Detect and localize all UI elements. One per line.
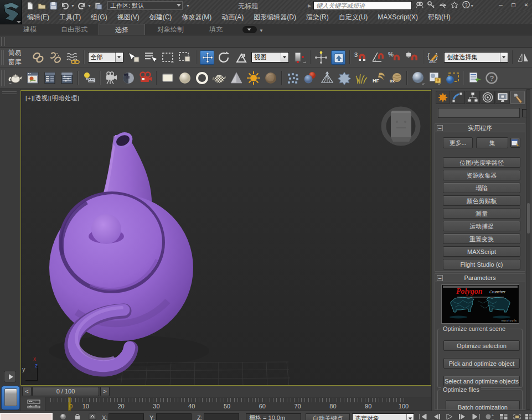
window-crossing-icon[interactable]: [178, 50, 192, 65]
collapse-icon[interactable]: –: [437, 275, 443, 281]
keyboard-shortcut-override-icon[interactable]: [331, 50, 345, 65]
utility-button-4[interactable]: 测量: [443, 208, 520, 219]
expand-left-panel-button[interactable]: [4, 371, 16, 382]
render-setup-icon[interactable]: [428, 71, 442, 85]
mirror-icon[interactable]: [516, 50, 530, 65]
search-input[interactable]: [313, 1, 412, 10]
project-folder-icon[interactable]: [94, 2, 102, 10]
menu-item-4[interactable]: 创建(C): [144, 11, 177, 24]
batch-optimization-button[interactable]: Batch optimization: [446, 400, 520, 410]
utilities-rollout-header[interactable]: – 实用程序: [435, 124, 525, 132]
mesh-smooth-icon[interactable]: [337, 71, 352, 85]
menu-item-11[interactable]: 帮助(H): [423, 11, 456, 24]
communication-key-icon[interactable]: [427, 1, 435, 10]
optimize-button-1[interactable]: Pick and optimize object: [443, 358, 520, 369]
tab-utilities[interactable]: [510, 91, 525, 104]
utility-button-6[interactable]: 重置变换: [443, 234, 520, 244]
cone-icon[interactable]: [229, 71, 244, 85]
rendered-frame-window-icon[interactable]: [25, 71, 40, 85]
perspective-viewport[interactable]: [+][透视][明暗处理]: [20, 90, 431, 386]
go-to-start-icon[interactable]: [419, 413, 427, 420]
disc-icon[interactable]: [264, 71, 278, 85]
space-warp-icon[interactable]: [320, 71, 334, 85]
utility-button-3[interactable]: 颜色剪贴板: [443, 195, 520, 206]
named-selection-set-dropdown[interactable]: 创建选择集: [444, 52, 508, 63]
collapse-icon[interactable]: –: [437, 125, 443, 131]
viewport-label[interactable]: [+][透视][明暗处理]: [25, 94, 79, 102]
plane-primitive-icon[interactable]: [161, 71, 175, 85]
ribbon-tab-0[interactable]: 建模: [10, 24, 50, 35]
menu-item-9[interactable]: 自定义(U): [334, 11, 373, 24]
bind-to-space-warp-icon[interactable]: [65, 50, 80, 65]
parameters-rollout-header[interactable]: – Parameters: [435, 274, 525, 282]
tab-create[interactable]: [436, 91, 450, 104]
select-by-name-icon[interactable]: [143, 50, 158, 65]
percent-snap-icon[interactable]: %: [388, 50, 402, 65]
ribbon-minimize-icon[interactable]: [242, 26, 257, 33]
particle-array-icon[interactable]: [286, 71, 300, 85]
selection-filter-combo[interactable]: 选定对象: [352, 413, 414, 420]
tab-hierarchy[interactable]: [466, 91, 480, 104]
select-and-rotate-icon[interactable]: [217, 50, 231, 65]
open-file-icon[interactable]: [38, 2, 46, 10]
menu-item-2[interactable]: 组(G): [86, 11, 112, 24]
rectangular-selection-region-icon[interactable]: [161, 50, 175, 65]
track-bar[interactable]: 0 102030405060708090100: [20, 397, 431, 411]
set-key-icon[interactable]: +–: [485, 413, 495, 420]
help-dropdown-icon[interactable]: ▼: [470, 4, 474, 8]
lock-icon[interactable]: [74, 413, 81, 420]
camera-icon[interactable]: [104, 71, 118, 85]
menu-item-6[interactable]: 动画(A): [216, 11, 249, 24]
fur-0x-icon[interactable]: 0x: [389, 71, 403, 85]
time-slider[interactable]: 0 / 100: [32, 387, 99, 396]
search-expand-icon[interactable]: ▶: [308, 3, 311, 8]
snap-toggle-3d-icon[interactable]: 3: [353, 50, 368, 65]
workspace-dropdown[interactable]: 工作区: 默认: [107, 1, 183, 10]
more-utilities-button[interactable]: 更多...: [443, 137, 473, 148]
play-animation-icon[interactable]: [445, 413, 454, 420]
menu-item-3[interactable]: 视图(V): [112, 11, 144, 24]
viewport-layout-tab[interactable]: [1, 386, 20, 410]
checker-teapot-icon[interactable]: [212, 71, 226, 85]
z-coordinate-field[interactable]: [204, 413, 239, 420]
next-frame-button[interactable]: >: [100, 387, 110, 396]
select-and-link-icon[interactable]: [31, 50, 45, 65]
redo-dropdown-icon[interactable]: ▼: [87, 4, 91, 8]
select-and-move-icon[interactable]: [200, 50, 214, 65]
menu-item-8[interactable]: 渲染(R): [301, 11, 334, 24]
menu-item-1[interactable]: 工具(T): [54, 11, 86, 24]
utility-button-7[interactable]: MAXScript: [443, 246, 520, 257]
select-and-manipulate-icon[interactable]: [314, 50, 328, 65]
tab-motion[interactable]: [481, 91, 495, 104]
previous-frame-icon[interactable]: [432, 413, 441, 420]
optimize-button-2[interactable]: Select and optimize objects: [443, 376, 520, 386]
panel-scrollbar[interactable]: [526, 89, 530, 410]
search-icon[interactable]: [416, 1, 423, 10]
previous-frame-button[interactable]: <: [22, 387, 32, 396]
edit-named-selection-sets-icon[interactable]: {}ABC: [427, 50, 441, 65]
ribbon-tab-1[interactable]: 自由形式: [50, 24, 99, 35]
select-and-scale-icon[interactable]: [234, 50, 249, 65]
go-to-end-icon[interactable]: [472, 413, 481, 420]
help-circle-icon[interactable]: ?: [484, 71, 499, 85]
auto-key-button[interactable]: 自动关键点: [306, 413, 350, 420]
ribbon-options-icon[interactable]: ▼: [259, 28, 264, 33]
utility-sets-button[interactable]: 集: [476, 137, 508, 148]
sphere-primitive-icon[interactable]: [178, 71, 192, 85]
material-editor-icon[interactable]: [411, 71, 425, 85]
app-logo[interactable]: [0, 0, 22, 24]
ribbon-tab-4[interactable]: 填充: [196, 24, 236, 35]
object-name-field[interactable]: [438, 108, 520, 118]
shaded-camera-view-icon[interactable]: [121, 71, 136, 85]
close-button[interactable]: ✕: [523, 1, 530, 8]
undo-icon[interactable]: [61, 2, 69, 10]
redo-icon[interactable]: [78, 2, 86, 10]
undo-dropdown-icon[interactable]: ▼: [71, 4, 75, 8]
hair-fur-icon[interactable]: HF: [371, 71, 386, 85]
spinner-snap-icon[interactable]: [405, 50, 419, 65]
angle-snap-icon[interactable]: [370, 50, 385, 65]
time-configuration-icon[interactable]: [525, 413, 532, 420]
y-coordinate-field[interactable]: [156, 413, 192, 420]
utility-button-8[interactable]: Flight Studio (c): [443, 259, 520, 269]
menu-item-0[interactable]: 编辑(E): [22, 11, 54, 24]
